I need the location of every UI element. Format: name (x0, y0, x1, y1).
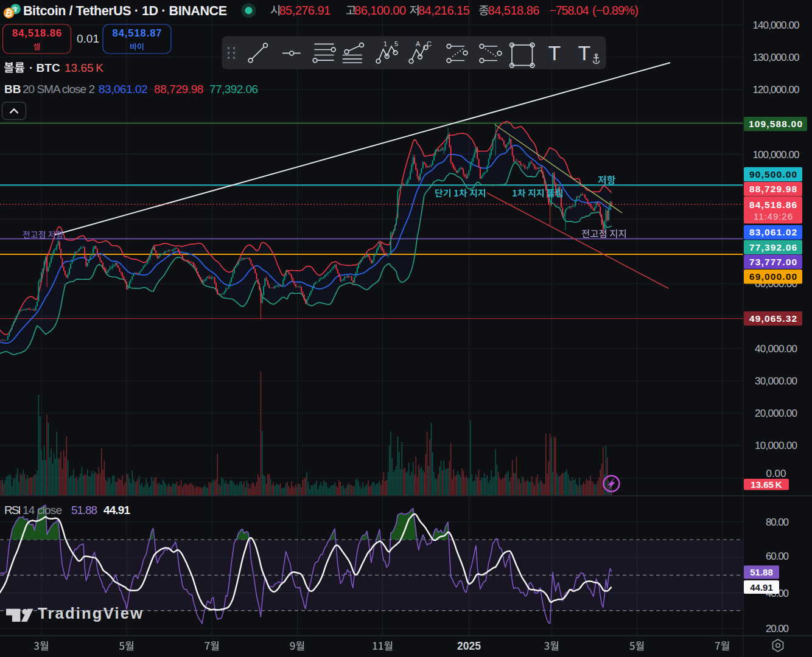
svg-text:A: A (416, 40, 421, 47)
svg-text:84,518.87: 84,518.87 (113, 27, 162, 38)
svg-text:14 close: 14 close (23, 504, 62, 516)
svg-text:88,729.98: 88,729.98 (154, 83, 203, 96)
svg-text:RSI: RSI (4, 504, 21, 516)
svg-text:109,588.00: 109,588.00 (749, 119, 802, 129)
svg-text:0.01: 0.01 (77, 32, 99, 45)
svg-text:10,000.00: 10,000.00 (755, 440, 797, 451)
svg-text:(−0.89%): (−0.89%) (592, 4, 639, 17)
svg-text:2025: 2025 (457, 640, 481, 652)
svg-text:51.88: 51.88 (71, 504, 97, 516)
svg-text:5: 5 (394, 40, 398, 47)
svg-text:140,000.00: 140,000.00 (753, 19, 800, 31)
svg-text:30,000.00: 30,000.00 (755, 375, 797, 387)
svg-text:90,500.00: 90,500.00 (749, 169, 797, 179)
svg-text:83,061.02: 83,061.02 (749, 227, 797, 237)
svg-text:20.00: 20.00 (766, 623, 789, 634)
svg-text:13.65 K: 13.65 K (751, 479, 782, 490)
svg-text:T: T (578, 41, 591, 64)
svg-text:60.00: 60.00 (766, 551, 789, 562)
svg-text:20 SMA close 2: 20 SMA close 2 (23, 83, 95, 96)
svg-text:49,065.32: 49,065.32 (749, 313, 797, 324)
svg-text:40,000.00: 40,000.00 (755, 343, 797, 355)
svg-text:130,000.00: 130,000.00 (753, 52, 800, 63)
svg-text:69,000.00: 69,000.00 (749, 271, 797, 282)
svg-text:13.65 K: 13.65 K (65, 61, 103, 74)
svg-text:84,518.86: 84,518.86 (12, 27, 61, 38)
svg-text:80.00: 80.00 (766, 516, 789, 528)
svg-text:Bitcoin / TetherUS · 1D · BINA: Bitcoin / TetherUS · 1D · BINANCE (23, 4, 227, 18)
svg-text:84,216.15: 84,216.15 (418, 4, 470, 17)
svg-text:88,729.98: 88,729.98 (749, 184, 797, 194)
svg-text:73,777.00: 73,777.00 (749, 257, 797, 267)
svg-text:51.88: 51.88 (750, 567, 773, 577)
svg-text:44.91: 44.91 (750, 582, 773, 593)
svg-text:0.00: 0.00 (766, 468, 786, 479)
svg-text:BB: BB (4, 83, 21, 96)
svg-text:44.91: 44.91 (103, 504, 130, 516)
svg-text:T: T (548, 41, 561, 64)
svg-text:77,392.06: 77,392.06 (209, 83, 258, 96)
svg-text:1: 1 (383, 40, 387, 47)
svg-text:TradingView: TradingView (38, 605, 142, 622)
svg-text:77,392.06: 77,392.06 (749, 242, 797, 252)
svg-text:84,518.86: 84,518.86 (749, 200, 797, 210)
svg-text:120,000.00: 120,000.00 (753, 84, 800, 96)
svg-text:−758.04: −758.04 (549, 4, 589, 17)
svg-text:C: C (427, 40, 432, 47)
svg-text:· BTC: · BTC (29, 61, 60, 74)
svg-text:85,276.91: 85,276.91 (279, 4, 331, 17)
svg-text:83,061.02: 83,061.02 (99, 83, 148, 96)
svg-text:20,000.00: 20,000.00 (755, 408, 797, 419)
svg-text:86,100.00: 86,100.00 (354, 4, 406, 17)
svg-text:100,000.00: 100,000.00 (753, 149, 800, 161)
svg-text:11:49:26: 11:49:26 (754, 211, 793, 221)
svg-text:84,518.86: 84,518.86 (488, 4, 540, 17)
